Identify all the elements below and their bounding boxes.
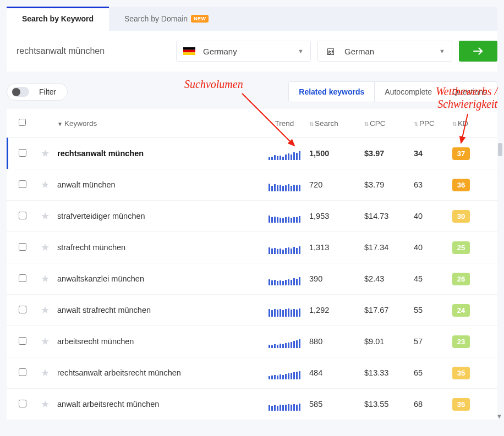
row-checkbox[interactable] — [19, 180, 26, 188]
kd-cell: 35 — [452, 367, 491, 379]
chevron-down-icon: ▼ — [298, 48, 304, 54]
kd-cell: 26 — [452, 273, 491, 285]
cpc-cell: $9.01 — [364, 337, 414, 346]
search-volume-cell: 390 — [309, 274, 364, 283]
row-checkbox[interactable] — [19, 400, 26, 407]
ppc-cell: 34 — [414, 149, 452, 158]
ppc-cell: 40 — [414, 243, 452, 252]
cpc-cell: $14.73 — [364, 212, 414, 220]
result-type-tabs: Related keywords Autocomplete Questions — [288, 81, 497, 102]
keyword-cell: anwaltskanzlei münchen — [57, 274, 260, 283]
col-kd[interactable]: ⇅KD — [452, 119, 491, 128]
ppc-cell: 63 — [414, 180, 452, 189]
col-ppc[interactable]: ⇅PPC — [414, 119, 452, 128]
col-cpc[interactable]: ⇅CPC — [364, 119, 414, 128]
trend-cell — [260, 335, 309, 348]
table-row[interactable]: ★anwalt strafrecht münchen1,292$17.67552… — [7, 294, 497, 325]
search-volume-cell: 720 — [309, 180, 364, 189]
scroll-down-icon[interactable]: ▼ — [496, 413, 502, 420]
country-label: Germany — [203, 47, 298, 56]
language-select[interactable]: 🗟 German ▼ — [317, 41, 452, 62]
tab-questions[interactable]: Questions — [442, 82, 497, 102]
svg-rect-1 — [183, 50, 195, 53]
col-trend[interactable]: Trend — [260, 119, 309, 128]
tab-autocomplete[interactable]: Autocomplete — [374, 82, 442, 102]
row-checkbox[interactable] — [19, 274, 26, 282]
keyword-input[interactable] — [7, 41, 169, 62]
trend-cell — [260, 147, 309, 160]
kd-cell: 30 — [452, 210, 491, 223]
keyword-cell: rechtsanwalt arbeitsrecht münchen — [57, 368, 260, 377]
table-row[interactable]: ★rechtsanwalt arbeitsrecht münchen484$13… — [7, 357, 497, 388]
ppc-cell: 40 — [414, 212, 452, 220]
keyword-cell: anwalt arbeitsrecht münchen — [57, 400, 260, 409]
search-bar: Germany ▼ 🗟 German ▼ — [7, 31, 497, 71]
keyword-cell: arbeitsrecht münchen — [57, 337, 260, 346]
star-icon[interactable]: ★ — [41, 398, 57, 410]
country-select[interactable]: Germany ▼ — [176, 41, 311, 62]
select-all-checkbox[interactable] — [19, 119, 26, 126]
star-icon[interactable]: ★ — [41, 210, 57, 222]
language-label: German — [344, 47, 439, 56]
scrollbar[interactable] — [498, 143, 502, 156]
trend-cell — [260, 272, 309, 285]
cpc-cell: $3.79 — [364, 180, 414, 189]
star-icon[interactable]: ★ — [41, 241, 57, 253]
search-volume-cell: 1,500 — [309, 149, 364, 158]
col-search[interactable]: ⇅Search — [309, 119, 364, 128]
table-row[interactable]: ★strafverteidiger münchen1,953$14.734030 — [7, 200, 497, 231]
star-icon[interactable]: ★ — [41, 335, 57, 347]
ppc-cell: 68 — [414, 400, 452, 409]
table-row[interactable]: ★anwalt arbeitsrecht münchen585$13.55683… — [7, 388, 497, 420]
trend-cell — [260, 209, 309, 223]
tab-search-by-domain[interactable]: Search by Domain NEW — [109, 7, 224, 31]
flag-germany-icon — [183, 47, 195, 55]
tab-search-by-keyword[interactable]: Search by Keyword — [7, 7, 109, 31]
row-checkbox[interactable] — [19, 337, 26, 345]
star-icon[interactable]: ★ — [41, 273, 57, 285]
filter-toggle[interactable]: Filter — [7, 83, 68, 101]
star-icon[interactable]: ★ — [41, 304, 57, 316]
keyword-table: ▼Keywords Trend ⇅Search ⇅CPC ⇅PPC ⇅KD ★r… — [7, 109, 497, 420]
row-checkbox[interactable] — [19, 306, 26, 313]
star-icon[interactable]: ★ — [41, 179, 57, 191]
trend-cell — [260, 241, 309, 254]
table-row[interactable]: ★arbeitsrecht münchen880$9.015723 — [7, 325, 497, 357]
kd-cell: 23 — [452, 335, 491, 348]
search-volume-cell: 484 — [309, 368, 364, 377]
ppc-cell: 57 — [414, 337, 452, 346]
row-checkbox[interactable] — [19, 368, 26, 376]
col-keywords[interactable]: ▼Keywords — [57, 119, 260, 128]
svg-rect-0 — [183, 47, 195, 50]
trend-cell — [260, 398, 309, 411]
table-row[interactable]: ★anwaltskanzlei münchen390$2.434526 — [7, 263, 497, 294]
chevron-down-icon: ▼ — [439, 48, 445, 54]
new-badge: NEW — [191, 15, 209, 23]
trend-cell — [260, 366, 309, 379]
cpc-cell: $17.34 — [364, 243, 414, 252]
star-icon[interactable]: ★ — [41, 367, 57, 379]
search-volume-cell: 1,292 — [309, 306, 364, 314]
search-volume-cell: 880 — [309, 337, 364, 346]
tab-related-keywords[interactable]: Related keywords — [289, 82, 374, 102]
row-checkbox[interactable] — [19, 243, 26, 251]
search-volume-cell: 1,953 — [309, 212, 364, 220]
table-header: ▼Keywords Trend ⇅Search ⇅CPC ⇅PPC ⇅KD — [7, 109, 497, 137]
svg-rect-2 — [183, 52, 195, 55]
row-checkbox[interactable] — [19, 212, 26, 219]
row-checkbox[interactable] — [19, 149, 26, 157]
table-row[interactable]: ★rechtsanwalt münchen1,500$3.973437 — [7, 137, 497, 169]
kd-cell: 36 — [452, 179, 491, 191]
filter-label: Filter — [39, 87, 56, 96]
trend-cell — [260, 178, 309, 191]
cpc-cell: $17.67 — [364, 306, 414, 314]
search-button[interactable] — [459, 41, 497, 62]
table-row[interactable]: ★strafrecht münchen1,313$17.344025 — [7, 231, 497, 263]
table-row[interactable]: ★anwalt münchen720$3.796336 — [7, 169, 497, 200]
keyword-cell: rechtsanwalt münchen — [57, 149, 260, 158]
cpc-cell: $13.55 — [364, 400, 414, 409]
tab-domain-label: Search by Domain — [124, 14, 188, 23]
ppc-cell: 55 — [414, 306, 452, 314]
cpc-cell: $2.43 — [364, 274, 414, 283]
star-icon[interactable]: ★ — [41, 147, 57, 159]
